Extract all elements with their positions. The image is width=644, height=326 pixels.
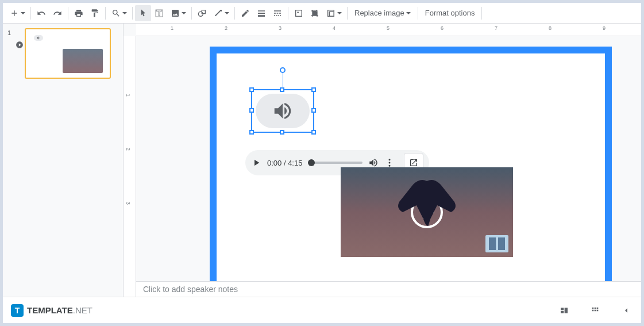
collapse-button[interactable]	[619, 304, 633, 317]
time-display: 0:00 / 4:15	[267, 159, 302, 167]
audio-icon	[256, 94, 310, 128]
handle-br[interactable]	[311, 130, 316, 135]
speaker-notes-placeholder: Click to add speaker notes	[143, 285, 238, 294]
handle-bl[interactable]	[249, 130, 254, 135]
handle-bm[interactable]	[280, 130, 284, 135]
slide-thumbnail-1[interactable]	[25, 28, 111, 79]
volume-button[interactable]	[368, 158, 379, 168]
redo-button[interactable]	[49, 5, 65, 21]
horizontal-ruler: 1 2 3 4 5 6 7 8 9	[136, 24, 641, 36]
grid-view-button[interactable]	[588, 304, 602, 317]
mask-button[interactable]	[323, 5, 345, 21]
handle-tl[interactable]	[249, 87, 254, 92]
select-tool[interactable]	[135, 5, 151, 21]
seek-thumb[interactable]	[308, 159, 315, 166]
border-color-button[interactable]	[237, 5, 253, 21]
audio-object[interactable]	[251, 89, 314, 133]
textbox-tool[interactable]	[151, 5, 167, 21]
svg-rect-0	[156, 10, 163, 17]
highlight-frame: 0:00 / 4:15	[210, 47, 612, 294]
format-options-button[interactable]: Format options	[421, 5, 480, 21]
thumb-audio-icon	[34, 35, 43, 41]
zoom-button[interactable]	[108, 5, 130, 21]
video-badge	[485, 235, 508, 252]
handle-lm[interactable]	[249, 108, 254, 113]
toolbar: Replace image Format options	[3, 3, 641, 24]
undo-button[interactable]	[33, 5, 49, 21]
video-object[interactable]	[341, 167, 513, 257]
brand-logo: T TEMPLATE.NET	[11, 304, 92, 317]
svg-point-4	[297, 11, 299, 13]
svg-rect-5	[327, 10, 334, 16]
slide-number: 1	[7, 28, 14, 79]
play-button[interactable]	[251, 158, 261, 168]
paint-format-button[interactable]	[87, 5, 103, 21]
reset-image-button[interactable]	[291, 5, 307, 21]
audio-indicator-icon	[16, 41, 24, 49]
seek-track[interactable]	[308, 162, 363, 164]
video-silhouette	[392, 171, 461, 240]
canvas-area: 1 2 3 4 5 6 7 8 9 1 2 3	[124, 24, 641, 297]
svg-rect-2	[202, 10, 205, 13]
speaker-notes-area[interactable]: Click to add speaker notes	[136, 281, 641, 297]
slide-canvas[interactable]: 0:00 / 4:15	[217, 53, 605, 287]
logo-icon: T	[11, 304, 24, 317]
vertical-ruler: 1 2 3	[124, 36, 136, 297]
handle-tm[interactable]	[280, 87, 284, 92]
svg-rect-6	[329, 11, 334, 16]
crop-button[interactable]	[307, 5, 323, 21]
print-button[interactable]	[71, 5, 87, 21]
svg-point-7	[389, 159, 391, 160]
line-tool[interactable]	[210, 5, 232, 21]
svg-point-8	[389, 162, 391, 164]
thumb-video-preview	[63, 49, 103, 73]
svg-rect-3	[296, 10, 302, 16]
border-dash-button[interactable]	[269, 5, 286, 21]
rotate-handle[interactable]	[280, 67, 286, 73]
svg-point-9	[389, 165, 391, 167]
replace-image-button[interactable]: Replace image	[350, 5, 415, 21]
filmstrip-view-button[interactable]	[557, 304, 571, 317]
image-tool[interactable]	[167, 5, 189, 21]
handle-rm[interactable]	[311, 108, 316, 113]
new-button[interactable]	[6, 5, 28, 21]
slides-panel: 1	[3, 24, 124, 297]
rotate-line	[283, 73, 283, 87]
handle-tr[interactable]	[311, 87, 316, 92]
footer: T TEMPLATE.NET	[3, 297, 641, 323]
player-menu-button[interactable]	[384, 158, 395, 168]
border-weight-button[interactable]	[253, 5, 269, 21]
shape-tool[interactable]	[194, 5, 210, 21]
